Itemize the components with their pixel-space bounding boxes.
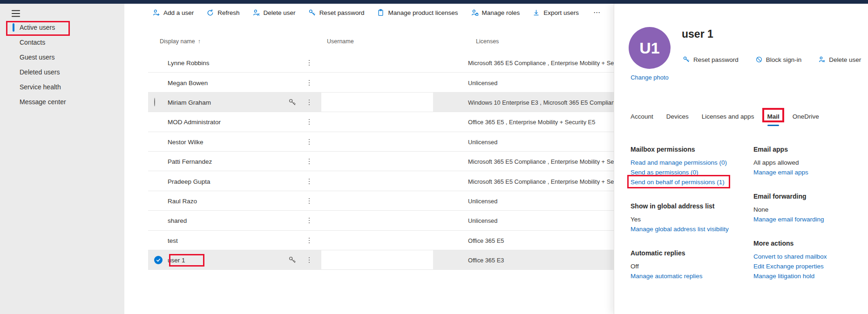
toolbar-add-a-user-button[interactable]: Add a user xyxy=(152,9,194,17)
link-read-and-manage-permissions-0-[interactable]: Read and manage permissions (0) xyxy=(631,158,727,167)
display-name-cell[interactable]: Megan Bowen xyxy=(168,79,208,86)
tab-devices[interactable]: Devices xyxy=(666,111,689,122)
tab-onedrive[interactable]: OneDrive xyxy=(793,111,819,122)
panel-delete-user-button[interactable]: Delete user xyxy=(818,56,861,63)
link-manage-automatic-replies[interactable]: Manage automatic replies xyxy=(631,271,703,281)
table-row[interactable]: Megan BowenUnlicensed xyxy=(124,73,614,92)
panel-section-mailbox-permissions: Mailbox permissionsRead and manage permi… xyxy=(631,144,752,187)
toolbar-manage-roles-button[interactable]: Manage roles xyxy=(471,9,520,17)
licenses-cell: Office 365 E3 xyxy=(468,257,614,264)
command-bar: Add a userRefreshDelete userReset passwo… xyxy=(152,6,603,20)
tab-licenses-and-apps[interactable]: Licenses and apps xyxy=(702,111,754,122)
tab-label: Licenses and apps xyxy=(702,113,754,120)
tab-account[interactable]: Account xyxy=(631,111,653,122)
row-radio[interactable] xyxy=(154,98,163,107)
display-name-cell[interactable]: test xyxy=(168,237,178,244)
link-manage-global-address-list-visibility[interactable]: Manage global address list visibility xyxy=(631,224,729,234)
column-header-username[interactable]: Username xyxy=(327,38,354,45)
row-more-actions-icon[interactable] xyxy=(305,237,307,244)
panel-section-automatic-replies: Automatic repliesOffManage automatic rep… xyxy=(631,248,752,281)
change-photo-link[interactable]: Change photo xyxy=(622,74,678,81)
toolbar-refresh-button[interactable]: Refresh xyxy=(206,9,239,17)
row-more-actions-icon[interactable] xyxy=(305,158,307,165)
value-none: None xyxy=(753,205,768,214)
panel-action-label: Block sign-in xyxy=(766,56,802,63)
column-header-display-name[interactable]: Display name↑ xyxy=(160,38,201,45)
table-row[interactable]: MOD AdministratorOffice 365 E5 , Enterpr… xyxy=(124,112,614,132)
link-manage-email-forwarding[interactable]: Manage email forwarding xyxy=(753,214,824,224)
row-more-actions-icon[interactable] xyxy=(305,138,307,146)
refresh-icon xyxy=(206,9,214,17)
reset-password-key-icon[interactable] xyxy=(288,256,297,264)
annotation-box-mail-tab xyxy=(762,108,784,122)
row-more-actions-icon[interactable] xyxy=(305,178,307,185)
toolbar-manage-product-licenses-button[interactable]: Manage product licenses xyxy=(377,9,458,17)
toolbar-label: Delete user xyxy=(264,9,296,16)
sidebar-item-message-center[interactable]: Message center xyxy=(0,94,124,109)
top-navigation-bar xyxy=(0,0,868,4)
table-row[interactable]: Patti FernandezMicrosoft 365 E5 Complian… xyxy=(124,152,614,171)
toolbar-export-users-button[interactable]: Export users xyxy=(532,9,579,17)
toolbar-delete-user-button[interactable]: Delete user xyxy=(252,9,296,17)
row-more-actions-icon[interactable] xyxy=(305,256,307,264)
value-yes: Yes xyxy=(631,214,641,224)
display-name-cell[interactable]: MOD Administrator xyxy=(168,119,221,126)
table-row[interactable]: Lynne RobbinsMicrosoft 365 E5 Compliance… xyxy=(124,53,614,73)
link-manage-email-apps[interactable]: Manage email apps xyxy=(753,167,808,177)
sidebar-item-active-users[interactable]: Active users xyxy=(0,20,124,35)
display-name-cell[interactable]: Nestor Wilke xyxy=(168,138,203,145)
link-send-on-behalf-of-permissions-1-[interactable]: Send on behalf of permissions (1) xyxy=(631,177,725,187)
row-more-actions-icon[interactable] xyxy=(305,197,307,205)
sidebar-item-guest-users[interactable]: Guest users xyxy=(0,50,124,65)
licenses-cell: Office 365 E5 xyxy=(468,237,614,244)
table-row[interactable]: Miriam GrahamWindows 10 Enterprise E3 , … xyxy=(124,93,614,112)
row-checkbox-checked[interactable] xyxy=(154,256,163,264)
licenses-cell: Unlicensed xyxy=(468,79,614,86)
row-more-actions-icon[interactable] xyxy=(305,59,307,67)
display-name-cell[interactable]: Pradeep Gupta xyxy=(168,178,210,185)
reset-password-key-icon[interactable] xyxy=(288,98,297,107)
row-more-actions-icon[interactable] xyxy=(305,79,307,87)
table-row[interactable]: Pradeep GuptaMicrosoft 365 E5 Compliance… xyxy=(124,171,614,191)
sidebar-item-label: Message center xyxy=(20,98,66,106)
clipboard-icon xyxy=(377,9,385,17)
table-header: Display name↑ Username Licenses xyxy=(124,33,614,53)
person-add-icon xyxy=(152,9,160,17)
toolbar-more-button[interactable]: ⋯ xyxy=(591,8,603,17)
section-heading: Email forwarding xyxy=(753,191,868,201)
toolbar-reset-password-button[interactable]: Reset password xyxy=(308,9,365,17)
display-name-cell[interactable]: Patti Fernandez xyxy=(168,158,212,165)
display-name-cell[interactable]: Miriam Graham xyxy=(168,99,211,106)
panel-user-title: user 1 xyxy=(682,28,713,40)
panel-reset-password-button[interactable]: Reset password xyxy=(683,56,739,63)
sidebar-item-service-health[interactable]: Service health xyxy=(0,80,124,94)
sidebar-item-deleted-users[interactable]: Deleted users xyxy=(0,65,124,80)
display-name-cell[interactable]: Raul Razo xyxy=(168,197,197,204)
table-row[interactable]: Nestor WilkeUnlicensed xyxy=(124,132,614,152)
table-row[interactable]: user 1Office 365 E3 xyxy=(124,250,614,270)
panel-tabs: AccountDevicesLicenses and appsMailOneDr… xyxy=(631,111,819,122)
check-icon xyxy=(154,256,163,264)
tab-label: OneDrive xyxy=(793,113,819,120)
table-row[interactable]: sharedUnlicensed xyxy=(124,211,614,230)
table-row[interactable]: Raul RazoUnlicensed xyxy=(124,191,614,211)
panel-block-sign-in-button[interactable]: Block sign-in xyxy=(755,56,802,63)
link-edit-exchange-properties[interactable]: Edit Exchange properties xyxy=(753,261,824,271)
row-more-actions-icon[interactable] xyxy=(305,217,307,224)
table-row[interactable]: testOffice 365 E5 xyxy=(124,231,614,250)
link-manage-litigation-hold[interactable]: Manage litigation hold xyxy=(753,271,814,281)
link-convert-to-shared-mailbox[interactable]: Convert to shared mailbox xyxy=(753,252,827,261)
licenses-cell: Unlicensed xyxy=(468,217,614,224)
avatar: U1 xyxy=(629,27,671,69)
sidebar-item-label: Contacts xyxy=(20,39,45,46)
display-name-cell[interactable]: Lynne Robbins xyxy=(168,60,210,67)
column-header-licenses[interactable]: Licenses xyxy=(476,38,499,45)
tab-mail[interactable]: Mail xyxy=(767,111,779,122)
row-more-actions-icon[interactable] xyxy=(305,118,307,126)
display-name-cell[interactable]: shared xyxy=(168,217,187,224)
sort-ascending-icon: ↑ xyxy=(198,38,201,45)
key-icon xyxy=(683,56,690,63)
row-more-actions-icon[interactable] xyxy=(305,99,307,106)
sidebar-item-contacts[interactable]: Contacts xyxy=(0,35,124,50)
hamburger-menu-icon[interactable] xyxy=(11,9,21,17)
